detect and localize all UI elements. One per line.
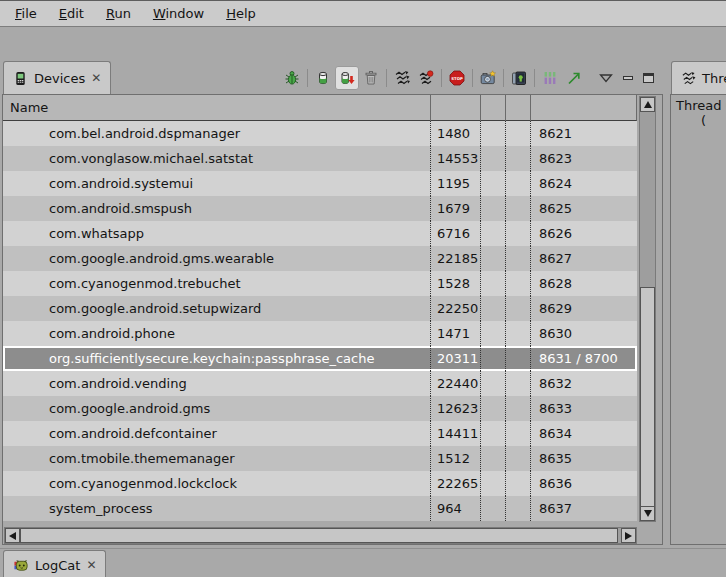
cell-port: 8629 <box>530 296 637 321</box>
cell-thread-status <box>505 221 530 246</box>
start-method-profiling-button[interactable] <box>414 66 438 90</box>
cell-thread-status <box>505 271 530 296</box>
cell-pid: 22265 <box>430 471 480 496</box>
cell-heap-status <box>480 221 505 246</box>
menu-item[interactable]: Window <box>142 1 215 26</box>
cell-pid: 1471 <box>430 321 480 346</box>
scroll-up-button[interactable] <box>640 97 655 112</box>
cell-thread-status <box>505 171 530 196</box>
cell-port: 8630 <box>530 321 637 346</box>
cell-process-name: com.android.defcontainer <box>3 421 430 446</box>
tab-threads-label: Threa <box>702 71 726 86</box>
cell-port: 8627 <box>530 246 637 271</box>
cell-port: 8635 <box>530 446 637 471</box>
cell-port: 8634 <box>530 421 637 446</box>
toolbar-separator <box>441 69 442 87</box>
table-row[interactable]: com.google.android.gms 12623 8633 <box>3 396 637 421</box>
cell-heap-status <box>480 321 505 346</box>
cause-gc-button[interactable] <box>359 66 383 90</box>
table-row[interactable]: com.android.phone 1471 8630 <box>3 321 637 346</box>
cell-port: 8632 <box>530 371 637 396</box>
update-heap-button[interactable] <box>311 66 335 90</box>
table-row[interactable]: org.sufficientlysecure.keychain:passphra… <box>3 346 637 371</box>
table-row[interactable]: com.whatsapp 6716 8626 <box>3 221 637 246</box>
cell-process-name: com.android.vending <box>3 371 430 396</box>
stop-process-button[interactable]: STOP <box>445 66 469 90</box>
tab-devices[interactable]: Devices ✕ <box>3 61 111 94</box>
screen-record-button[interactable] <box>507 66 531 90</box>
tab-logcat[interactable]: LogCat ✕ <box>3 550 106 577</box>
cell-pid: 1528 <box>430 271 480 296</box>
menu-item[interactable]: Help <box>215 1 267 26</box>
cell-port: 8636 <box>530 471 637 496</box>
logcat-icon <box>13 558 29 573</box>
vertical-scrollbar[interactable] <box>639 96 656 522</box>
cell-port: 8633 <box>530 396 637 421</box>
update-threads-button[interactable] <box>390 66 414 90</box>
threads-message-line2: ( <box>676 113 726 128</box>
cell-thread-status <box>505 246 530 271</box>
column-divider[interactable] <box>480 95 481 121</box>
table-row[interactable]: com.tmobile.thememanager 1512 8635 <box>3 446 637 471</box>
table-row[interactable]: com.cyanogenmod.trebuchet 1528 8628 <box>3 271 637 296</box>
opengl-trace-arrow-icon <box>566 70 582 86</box>
table-row[interactable]: com.android.defcontainer 14411 8634 <box>3 421 637 446</box>
cell-thread-status <box>505 446 530 471</box>
tab-threads[interactable]: Threa <box>671 61 726 94</box>
threads-message-line1: Thread up <box>676 98 726 113</box>
threads-panel: Thread up ( <box>670 94 726 545</box>
column-divider[interactable] <box>530 95 531 121</box>
dump-hprof-button[interactable] <box>335 66 359 90</box>
cell-thread-status <box>505 471 530 496</box>
table-row[interactable]: com.cyanogenmod.lockclock 22265 8636 <box>3 471 637 496</box>
menu-bar: File Edit Run Window Help <box>0 0 726 27</box>
table-row[interactable]: system_process 964 8637 <box>3 496 637 521</box>
cell-process-name: com.android.systemui <box>3 171 430 196</box>
horizontal-scrollbar-thumb[interactable] <box>20 528 618 543</box>
maximize-button[interactable] <box>638 68 658 88</box>
view-menu-button[interactable] <box>594 66 618 90</box>
scroll-down-button[interactable] <box>640 506 655 521</box>
scroll-left-button[interactable] <box>5 528 20 543</box>
minimize-button[interactable] <box>618 68 638 88</box>
table-header[interactable]: Name <box>3 95 637 121</box>
table-row[interactable]: com.google.android.setupwizard 22250 862… <box>3 296 637 321</box>
cell-heap-status <box>480 446 505 471</box>
tab-devices-label: Devices <box>34 71 85 86</box>
capture-systrace-button[interactable] <box>538 66 562 90</box>
column-divider[interactable] <box>505 95 506 121</box>
ddms-window: File Edit Run Window Help Devices ✕ <box>0 0 726 577</box>
table-row[interactable]: com.google.android.gms.wearable 22185 86… <box>3 246 637 271</box>
table-row[interactable]: com.android.vending 22440 8632 <box>3 371 637 396</box>
menu-item[interactable]: File <box>4 1 48 26</box>
horizontal-scrollbar[interactable] <box>4 527 637 544</box>
close-icon[interactable]: ✕ <box>86 559 96 571</box>
menu-item[interactable]: Run <box>95 1 142 26</box>
cell-heap-status <box>480 421 505 446</box>
column-header-name[interactable]: Name <box>3 100 48 115</box>
cell-port: 8625 <box>530 196 637 221</box>
cell-process-name: com.google.android.setupwizard <box>3 296 430 321</box>
debug-bug-icon <box>284 70 300 86</box>
camera-icon <box>480 70 496 86</box>
screen-capture-button[interactable] <box>476 66 500 90</box>
toolbar-separator <box>472 69 473 87</box>
cell-port: 8637 <box>530 496 637 521</box>
debug-process-button[interactable] <box>280 66 304 90</box>
table-row[interactable]: com.bel.android.dspmanager 1480 8621 <box>3 121 637 146</box>
column-divider[interactable] <box>430 95 431 121</box>
table-row[interactable]: com.android.smspush 1679 8625 <box>3 196 637 221</box>
cell-port: 8626 <box>530 221 637 246</box>
vertical-scrollbar-thumb[interactable] <box>640 287 655 507</box>
start-opengl-trace-button[interactable] <box>562 66 586 90</box>
cell-pid: 1679 <box>430 196 480 221</box>
table-row[interactable]: com.android.systemui 1195 8624 <box>3 171 637 196</box>
arrow-up-icon <box>644 101 652 108</box>
cell-process-name: com.whatsapp <box>3 221 430 246</box>
table-row[interactable]: com.vonglasow.michael.satstat 14553 8623 <box>3 146 637 171</box>
menu-item[interactable]: Edit <box>48 1 95 26</box>
toolbar-separator <box>386 69 387 87</box>
close-icon[interactable]: ✕ <box>91 72 101 84</box>
scroll-right-button[interactable] <box>621 528 636 543</box>
stop-icon: STOP <box>449 70 465 86</box>
